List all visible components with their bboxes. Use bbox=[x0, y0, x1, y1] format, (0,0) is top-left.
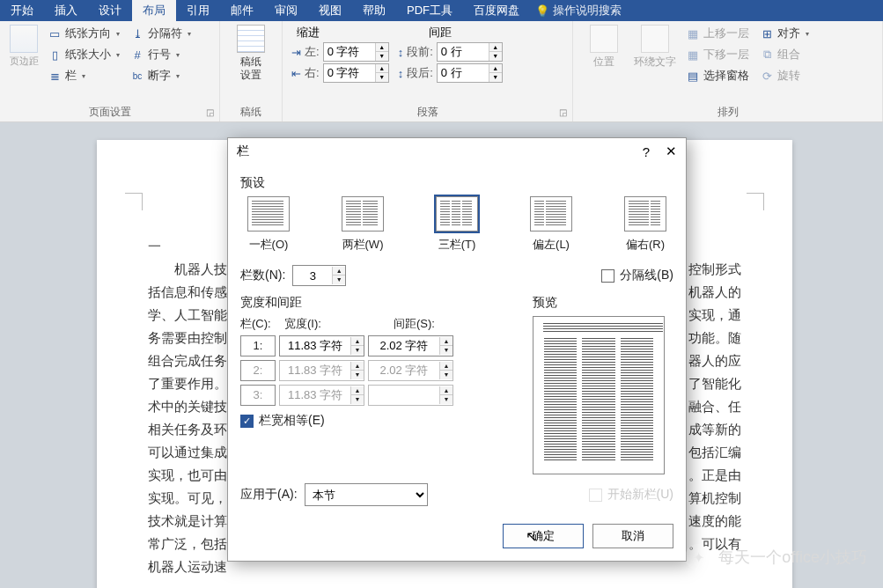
position-icon bbox=[590, 25, 618, 53]
ok-button[interactable]: 确定 bbox=[503, 524, 584, 548]
dialog-launcher-icon[interactable]: ◲ bbox=[556, 107, 569, 120]
spin-buttons: ▲▼ bbox=[350, 362, 364, 379]
margins-icon bbox=[10, 25, 38, 53]
width-table-head: 栏(C): 宽度(I): 间距(S): bbox=[240, 316, 519, 332]
space-after-input[interactable] bbox=[438, 67, 489, 80]
new-column-label: 开始新栏(U) bbox=[607, 487, 673, 503]
manuscript-button[interactable]: 稿纸 设置 bbox=[229, 25, 273, 83]
indent-left-input[interactable] bbox=[324, 46, 375, 59]
spin-buttons: ▲▼ bbox=[439, 386, 453, 404]
width-table: 栏(C): 宽度(I): 间距(S): 1:▲▼▲▼2:▲▼▲▼3:▲▼▲▼ bbox=[240, 316, 519, 406]
dialog-titlebar[interactable]: 栏 ? ✕ bbox=[228, 138, 686, 165]
orientation-button[interactable]: ▭纸张方向▾ bbox=[46, 25, 121, 42]
group-arrange: 位置 环绕文字 ▦上移一层 ▦下移一层 ▤选择窗格 ⊞对齐▾ ⧉组合 ⟳旋转 排… bbox=[573, 21, 883, 121]
ribbon-tabs: 开始插入设计布局引用邮件审阅视图帮助PDF工具百度网盘💡操作说明搜索 bbox=[0, 0, 883, 21]
spin-buttons[interactable]: ▲▼ bbox=[375, 43, 388, 61]
selection-pane-icon: ▤ bbox=[686, 69, 700, 83]
col-spacing-field[interactable] bbox=[369, 340, 439, 353]
dialog-launcher-icon[interactable]: ◲ bbox=[203, 107, 216, 120]
tell-me[interactable]: 💡操作说明搜索 bbox=[535, 3, 622, 18]
col-width-input: ▲▼ bbox=[279, 385, 364, 406]
wrap-label: 环绕文字 bbox=[634, 55, 676, 70]
breaks-label: 分隔符 bbox=[148, 26, 182, 41]
group-button[interactable]: ⧉组合 bbox=[758, 46, 811, 63]
num-cols-field[interactable] bbox=[293, 269, 332, 283]
cancel-button[interactable]: 取消 bbox=[592, 524, 673, 548]
tab-审阅[interactable]: 审阅 bbox=[264, 0, 308, 21]
spacing-header: 间距(S): bbox=[394, 316, 499, 332]
chevron-down-icon: ▾ bbox=[176, 51, 180, 59]
divider-checkbox[interactable]: 分隔线(B) bbox=[601, 268, 673, 283]
hyphenation-button[interactable]: bc断字▾ bbox=[129, 67, 193, 85]
tab-帮助[interactable]: 帮助 bbox=[352, 0, 396, 21]
spin-buttons[interactable]: ▲▼ bbox=[375, 64, 388, 82]
wrap-icon bbox=[641, 25, 669, 53]
col-width-input[interactable]: ▲▼ bbox=[279, 335, 364, 356]
presets: 一栏(O)两栏(W)三栏(T)偏左(L)偏右(R) bbox=[240, 196, 673, 260]
equal-width-checkbox[interactable]: ✓栏宽相等(E) bbox=[240, 413, 519, 429]
indent-title: 缩进 bbox=[297, 25, 320, 40]
chevron-down-icon: ▾ bbox=[176, 72, 180, 80]
divider-label: 分隔线(B) bbox=[620, 268, 673, 283]
wechat-icon: ✦ bbox=[685, 544, 711, 570]
col-spacing-input[interactable]: ▲▼ bbox=[368, 335, 453, 356]
tab-开始[interactable]: 开始 bbox=[0, 0, 44, 21]
bring-forward-button[interactable]: ▦上移一层 bbox=[684, 25, 751, 42]
num-cols-input[interactable]: ▲▼ bbox=[292, 265, 346, 286]
dialog-buttons: 确定 取消 bbox=[228, 517, 686, 561]
breaks-button[interactable]: ⤓分隔符▾ bbox=[129, 25, 193, 42]
preset-label: 偏右(R) bbox=[626, 237, 665, 253]
preset-right[interactable]: 偏右(R) bbox=[624, 196, 666, 253]
selection-pane-label: 选择窗格 bbox=[703, 68, 749, 84]
group-paragraph: 缩进 间距 ⇥左:▲▼ ↕段前:▲▼ ⇤右:▲▼ ↕段后:▲▼ 段落◲ bbox=[283, 21, 573, 121]
preset-two[interactable]: 两栏(W) bbox=[342, 196, 384, 253]
indent-right-input[interactable] bbox=[324, 67, 375, 80]
tab-邮件[interactable]: 邮件 bbox=[220, 0, 264, 21]
margins-button[interactable]: 页边距 bbox=[9, 25, 39, 85]
tab-引用[interactable]: 引用 bbox=[176, 0, 220, 21]
lightbulb-icon: 💡 bbox=[535, 4, 549, 18]
tab-视图[interactable]: 视图 bbox=[308, 0, 352, 21]
space-after-icon: ↕ bbox=[398, 67, 404, 80]
help-button[interactable]: ? bbox=[643, 144, 650, 159]
tab-百度网盘[interactable]: 百度网盘 bbox=[463, 0, 530, 21]
space-after-label: 段后: bbox=[407, 65, 433, 81]
num-cols-label: 栏数(N): bbox=[240, 268, 285, 283]
col-width-field[interactable] bbox=[280, 340, 350, 353]
selection-pane-button[interactable]: ▤选择窗格 bbox=[684, 67, 751, 85]
spin-buttons[interactable]: ▲▼ bbox=[489, 43, 502, 61]
align-button[interactable]: ⊞对齐▾ bbox=[758, 25, 811, 42]
tab-PDF工具[interactable]: PDF工具 bbox=[396, 0, 463, 21]
hyphenation-icon: bc bbox=[130, 69, 144, 83]
tab-插入[interactable]: 插入 bbox=[44, 0, 88, 21]
wrap-button[interactable]: 环绕文字 bbox=[633, 25, 677, 85]
space-before-label: 段前: bbox=[407, 44, 433, 60]
size-button[interactable]: ▯纸张大小▾ bbox=[46, 46, 121, 63]
width-row: 2:▲▼▲▼ bbox=[240, 360, 519, 381]
position-button[interactable]: 位置 bbox=[582, 25, 626, 85]
apply-to-select[interactable]: 本节 bbox=[305, 483, 428, 506]
width-header: 宽度(I): bbox=[284, 316, 390, 332]
spin-buttons[interactable]: ▲▼ bbox=[439, 337, 453, 355]
spin-buttons: ▲▼ bbox=[439, 362, 453, 379]
preset-thumb bbox=[247, 196, 290, 232]
send-backward-button[interactable]: ▦下移一层 bbox=[684, 46, 751, 63]
preset-thumb bbox=[342, 196, 384, 232]
columns-button[interactable]: ≣栏▾ bbox=[46, 67, 121, 85]
preset-left[interactable]: 偏左(L) bbox=[530, 196, 572, 253]
spin-buttons[interactable]: ▲▼ bbox=[489, 64, 502, 82]
close-button[interactable]: ✕ bbox=[666, 143, 677, 159]
spin-buttons[interactable]: ▲▼ bbox=[332, 267, 345, 284]
group-label: 组合 bbox=[777, 47, 800, 62]
preset-one[interactable]: 一栏(O) bbox=[247, 196, 290, 253]
columns-icon: ≣ bbox=[48, 69, 62, 83]
line-numbers-button[interactable]: #行号▾ bbox=[129, 46, 193, 63]
tab-设计[interactable]: 设计 bbox=[88, 0, 132, 21]
preset-label: 一栏(O) bbox=[249, 237, 289, 253]
spin-buttons[interactable]: ▲▼ bbox=[350, 337, 364, 355]
preset-three[interactable]: 三栏(T) bbox=[436, 196, 478, 253]
space-before-input[interactable] bbox=[438, 46, 489, 59]
position-label: 位置 bbox=[593, 55, 614, 70]
rotate-button[interactable]: ⟳旋转 bbox=[758, 67, 811, 85]
tab-布局[interactable]: 布局 bbox=[132, 0, 176, 21]
